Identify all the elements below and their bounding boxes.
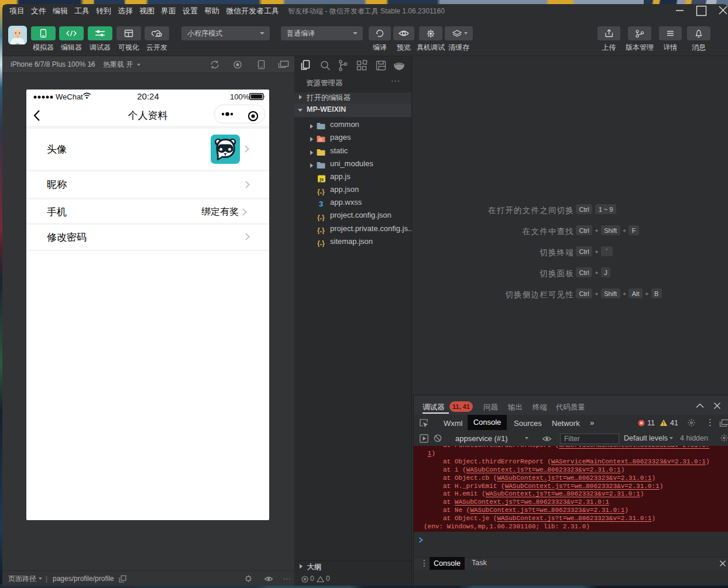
svg-text:}: } (322, 226, 325, 234)
svg-text:js: js (319, 177, 324, 182)
svg-text:{: { (317, 188, 320, 195)
svg-text:{: { (317, 239, 320, 247)
svg-text:}: } (322, 214, 325, 221)
svg-text:{: { (317, 214, 320, 221)
svg-text:3: 3 (319, 200, 323, 208)
svg-text:}: } (322, 188, 325, 195)
svg-text:{: { (317, 226, 320, 234)
svg-text:}: } (322, 239, 325, 247)
